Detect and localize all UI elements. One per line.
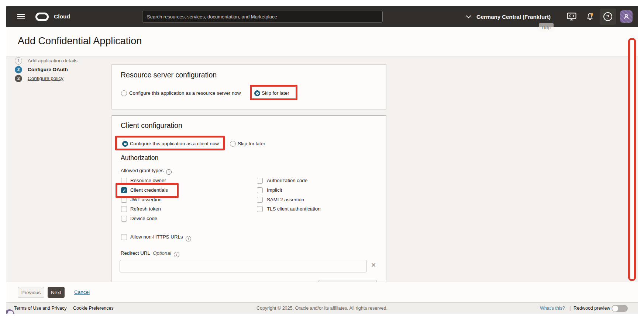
browser-viewport: Cloud Germany Central (Frankfurt) ? Help… — [6, 6, 638, 314]
info-icon[interactable]: i — [186, 236, 191, 241]
help-question-icon: ? — [603, 12, 612, 21]
person-icon — [623, 13, 630, 20]
resource-server-title: Resource server configuration — [121, 71, 217, 79]
chevron-down-icon — [466, 15, 471, 18]
search-input[interactable] — [142, 11, 383, 22]
step-2-label: Configure OAuth — [28, 66, 68, 73]
checkbox-authorization-code[interactable] — [257, 178, 263, 184]
checkbox-implicit[interactable] — [257, 187, 263, 193]
region-label: Germany Central (Frankfurt) — [476, 14, 551, 20]
checkbox-authorization-code-label[interactable]: Authorization code — [267, 177, 307, 184]
checkbox-tls-client-auth[interactable] — [257, 206, 263, 212]
radio-client-skip-for-later[interactable] — [230, 141, 236, 147]
cancel-link[interactable]: Cancel — [74, 289, 90, 295]
client-configuration-title: Client configuration — [121, 121, 182, 130]
radio-resource-server-now-label[interactable]: Configure this application as a resource… — [129, 90, 241, 97]
checkbox-refresh-token-label[interactable]: Refresh token — [130, 206, 161, 212]
checkbox-client-credentials[interactable] — [121, 187, 127, 193]
terms-link[interactable]: Terms of Use and Privacy — [14, 303, 66, 314]
checkbox-jwt-assertion[interactable] — [121, 197, 127, 203]
brand-label: Cloud — [54, 6, 70, 27]
wizard-action-bar: Previous Next Cancel — [6, 282, 638, 302]
step-1-circle: 1 — [15, 57, 22, 65]
checkbox-refresh-token[interactable] — [121, 206, 127, 212]
radio-resource-server-now[interactable] — [121, 90, 127, 96]
info-icon[interactable]: i — [174, 252, 179, 257]
region-selector[interactable]: Germany Central (Frankfurt) — [466, 6, 551, 27]
help-button[interactable]: ? — [600, 8, 616, 25]
toggle-knob — [612, 306, 618, 312]
radio-resource-skip-for-later[interactable] — [254, 90, 260, 96]
previous-button[interactable]: Previous — [18, 287, 44, 298]
notifications-bell-icon[interactable] — [584, 6, 596, 27]
footer-separator: | — [569, 303, 571, 314]
checkbox-device-code[interactable] — [121, 216, 127, 222]
radio-client-now[interactable] — [122, 141, 128, 147]
checkbox-allow-non-https-label[interactable]: Allow non-HTTPS URLs i — [130, 234, 191, 240]
whats-this-link[interactable]: What's this? — [540, 303, 565, 314]
radio-resource-skip-for-later-label[interactable]: Skip for later — [262, 90, 289, 97]
checkbox-client-credentials-label[interactable]: Client credentials — [130, 187, 168, 194]
info-icon[interactable]: i — [166, 169, 172, 175]
checkbox-resource-owner-label[interactable]: Resource owner — [130, 177, 166, 184]
checkbox-device-code-label[interactable]: Device code — [130, 215, 157, 222]
redwood-preview-toggle[interactable] — [612, 305, 628, 312]
checkbox-tls-client-auth-label[interactable]: TLS client authentication — [267, 206, 321, 212]
checkbox-allow-non-https[interactable] — [121, 234, 127, 240]
checkbox-resource-owner[interactable] — [121, 178, 127, 184]
cookie-preferences-link[interactable]: Cookie Preferences — [73, 303, 114, 314]
page-title: Add Confidential Application — [18, 35, 142, 47]
radio-client-skip-for-later-label[interactable]: Skip for later — [238, 140, 265, 147]
oracle-logo-icon — [35, 13, 49, 21]
next-button[interactable]: Next — [48, 287, 65, 298]
redwood-preview-label: Redwood preview — [574, 303, 610, 314]
resource-server-card: Resource server configuration Configure … — [111, 64, 386, 109]
cloud-shell-icon[interactable] — [566, 6, 578, 27]
checkbox-saml2-assertion-label[interactable]: SAML2 assertion — [267, 196, 304, 203]
radio-client-now-label[interactable]: Configure this application as a client n… — [130, 140, 219, 147]
clear-input-icon[interactable]: ✕ — [370, 262, 377, 269]
step-3-circle: 3 — [15, 75, 22, 82]
console-footer: Copyright © 2025, Oracle and/or its affi… — [6, 302, 638, 314]
allowed-grant-types-label: Allowed grant types i — [121, 168, 172, 175]
checkbox-jwt-assertion-label[interactable]: JWT assertion — [130, 196, 162, 203]
help-tooltip: Help — [539, 23, 554, 32]
redirect-url-label: Redirect URL Optional i — [121, 250, 179, 257]
hamburger-menu-icon[interactable] — [17, 14, 25, 20]
step-2-circle: 2 — [15, 66, 22, 73]
checkbox-saml2-assertion[interactable] — [257, 197, 263, 203]
step-1-label: Add application details — [28, 57, 78, 65]
redirect-url-input[interactable] — [120, 260, 367, 272]
client-configuration-card: Client configuration Configure this appl… — [111, 115, 386, 282]
step-3-link[interactable]: Configure policy — [28, 75, 63, 82]
authorization-title: Authorization — [121, 154, 158, 162]
checkbox-implicit-label[interactable]: Implicit — [267, 187, 282, 194]
user-avatar[interactable] — [620, 10, 633, 23]
